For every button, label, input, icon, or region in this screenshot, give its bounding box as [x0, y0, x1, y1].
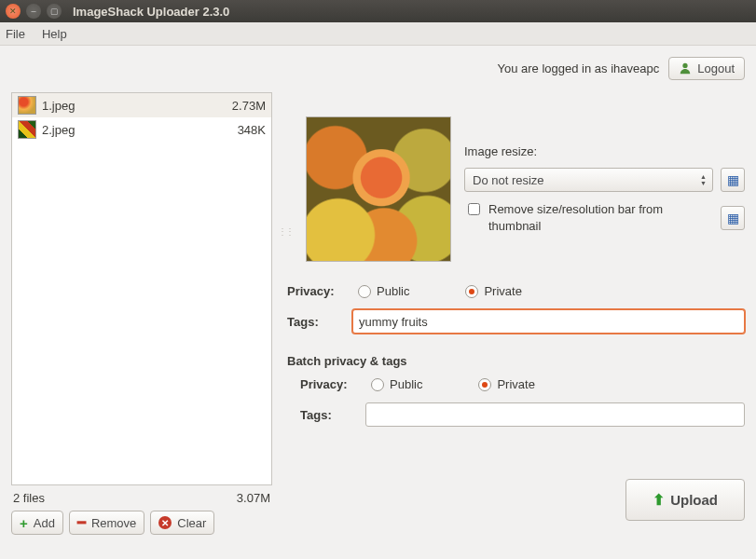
clear-label: Clear	[177, 516, 206, 530]
radio-icon	[358, 285, 371, 298]
radio-icon	[371, 378, 384, 391]
remove-bar-apply-all-button[interactable]: ▦	[721, 206, 745, 230]
batch-privacy-public-label: Public	[390, 377, 422, 391]
radio-icon	[465, 285, 478, 298]
titlebar: ✕ – ▢ ImageShack Uploader 2.3.0	[0, 0, 756, 22]
batch-privacy-private-radio[interactable]: Private	[478, 377, 534, 391]
file-thumb-icon	[18, 96, 36, 115]
privacy-private-radio[interactable]: Private	[465, 284, 521, 298]
resize-value: Do not resize	[473, 173, 544, 187]
file-name: 2.jpeg	[42, 123, 232, 137]
plus-icon: +	[20, 515, 28, 531]
upload-button[interactable]: ⬆ Upload	[625, 479, 745, 521]
tags-label: Tags:	[287, 315, 352, 329]
grid-icon: ▦	[727, 172, 739, 187]
clear-icon: ✕	[158, 516, 172, 529]
login-status: You are logged in as ihaveapc	[498, 61, 660, 75]
grip-icon: ⋮⋮	[278, 226, 293, 237]
file-count: 2 files	[13, 491, 45, 505]
spin-icon: ▲▼	[700, 173, 707, 186]
remove-label: Remove	[91, 516, 136, 530]
radio-icon	[478, 378, 491, 391]
batch-tags-label: Tags:	[300, 408, 365, 422]
privacy-public-label: Public	[377, 284, 409, 298]
window-close-button[interactable]: ✕	[6, 4, 21, 19]
file-size: 348K	[238, 123, 266, 137]
file-thumb-icon	[18, 120, 36, 139]
file-row[interactable]: 1.jpeg 2.73M	[12, 93, 271, 117]
tags-input[interactable]	[352, 309, 745, 334]
file-total-size: 3.07M	[237, 491, 270, 505]
file-row[interactable]: 2.jpeg 348K	[12, 117, 271, 142]
remove-button[interactable]: ━ Remove	[69, 511, 144, 535]
clear-button[interactable]: ✕ Clear	[150, 511, 214, 535]
window-title: ImageShack Uploader 2.3.0	[73, 5, 229, 19]
upload-label: Upload	[670, 492, 718, 508]
logout-button[interactable]: Logout	[668, 57, 745, 80]
window-minimize-button[interactable]: –	[26, 4, 41, 19]
add-label: Add	[34, 516, 55, 530]
upload-arrow-icon: ⬆	[653, 491, 665, 509]
resize-apply-all-button[interactable]: ▦	[721, 168, 745, 192]
svg-point-0	[683, 63, 688, 68]
privacy-private-label: Private	[484, 284, 521, 298]
file-name: 1.jpeg	[42, 99, 227, 113]
privacy-public-radio[interactable]: Public	[358, 284, 409, 298]
menubar: File Help	[0, 22, 756, 46]
resize-select[interactable]: Do not resize ▲▼	[464, 168, 713, 192]
file-list[interactable]: 1.jpeg 2.73M 2.jpeg 348K	[11, 92, 272, 485]
batch-title: Batch privacy & tags	[287, 354, 745, 368]
privacy-label: Privacy:	[287, 284, 352, 298]
grid-icon: ▦	[727, 211, 739, 225]
file-size: 2.73M	[232, 99, 266, 113]
image-preview	[306, 116, 451, 262]
batch-tags-input[interactable]	[365, 402, 745, 427]
user-icon	[679, 61, 692, 75]
batch-privacy-label: Privacy:	[300, 377, 365, 391]
batch-privacy-private-label: Private	[497, 377, 534, 391]
batch-privacy-public-radio[interactable]: Public	[371, 377, 422, 391]
menu-file[interactable]: File	[6, 27, 25, 41]
remove-bar-checkbox[interactable]	[468, 203, 480, 215]
minus-icon: ━	[77, 514, 86, 531]
window-maximize-button[interactable]: ▢	[47, 4, 62, 19]
resize-label: Image resize:	[464, 144, 745, 158]
remove-bar-label: Remove size/resolution bar from thumbnai…	[488, 201, 713, 234]
add-button[interactable]: + Add	[11, 511, 63, 535]
menu-help[interactable]: Help	[42, 27, 67, 41]
logout-label: Logout	[697, 61, 735, 75]
